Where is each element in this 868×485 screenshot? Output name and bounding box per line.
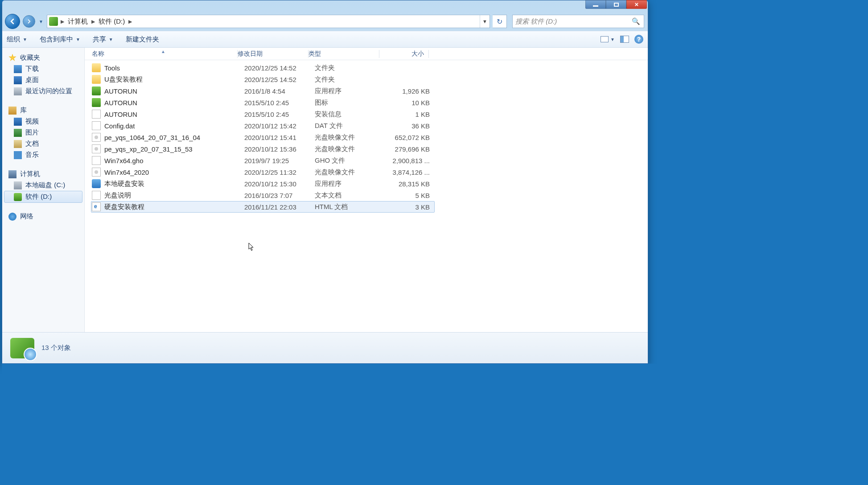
search-input[interactable]: 搜索 软件 (D:) 🔍 [512, 15, 644, 28]
file-name: pe_yqs_xp_20_07_31_15_53 [104, 145, 244, 153]
file-name: 硬盘安装教程 [104, 203, 244, 211]
file-type: 光盘映像文件 [315, 145, 385, 153]
drive-large-icon [10, 338, 34, 358]
file-row[interactable]: AUTORUN2016/1/8 4:54应用程序1,926 KB [85, 85, 648, 97]
file-icon [92, 191, 101, 200]
sidebar-item-documents[interactable]: 文档 [2, 138, 84, 149]
file-row[interactable]: U盘安装教程2020/12/25 14:52文件夹 [85, 74, 648, 85]
file-name: pe_yqs_1064_20_07_31_16_04 [104, 134, 244, 141]
search-icon: 🔍 [632, 17, 640, 25]
file-date: 2020/10/12 15:42 [244, 122, 315, 130]
file-row[interactable]: Win7x64_20202020/12/25 11:32光盘映像文件3,874,… [85, 166, 648, 178]
file-icon [92, 179, 101, 188]
sidebar-libraries-header[interactable]: 库 [2, 105, 84, 116]
file-icon [92, 202, 101, 211]
chevron-right-icon[interactable]: ▶ [91, 19, 96, 25]
view-mode-button[interactable]: ▼ [601, 36, 615, 42]
file-icon [92, 98, 101, 107]
column-header-size[interactable]: 大小 [379, 50, 428, 58]
column-header-name[interactable]: 名称 ▲ [85, 50, 237, 58]
file-size: 2,900,813 ... [385, 157, 434, 164]
chevron-right-icon[interactable]: ▶ [60, 19, 65, 25]
sidebar-network-header[interactable]: 网络 [2, 211, 84, 222]
file-date: 2020/10/12 15:36 [244, 145, 315, 153]
hdd-icon [14, 181, 22, 189]
file-row[interactable]: Config.dat2020/10/12 15:42DAT 文件36 KB [85, 120, 648, 132]
sidebar-item-music[interactable]: 音乐 [2, 149, 84, 160]
help-button[interactable]: ? [634, 35, 643, 44]
file-row[interactable]: 光盘说明2016/10/23 7:07文本文档5 KB [85, 189, 648, 201]
sidebar-item-drive-c[interactable]: 本地磁盘 (C:) [2, 180, 84, 191]
share-menu[interactable]: 共享▼ [93, 35, 113, 44]
details-pane: 13 个对象 [2, 332, 648, 363]
refresh-button[interactable]: ↻ [493, 15, 507, 28]
file-row[interactable]: AUTORUN2015/5/10 2:45安装信息1 KB [85, 108, 648, 120]
file-row[interactable]: 本地硬盘安装2020/10/12 15:30应用程序28,315 KB [85, 178, 648, 189]
sidebar-item-recent[interactable]: 最近访问的位置 [2, 86, 84, 97]
sidebar-item-downloads[interactable]: 下载 [2, 63, 84, 74]
view-icon [601, 36, 609, 42]
file-type: 应用程序 [315, 180, 385, 188]
file-icon [92, 168, 101, 177]
file-type: 图标 [315, 99, 385, 107]
file-size: 5 KB [385, 192, 434, 199]
file-name: U盘安装教程 [104, 75, 244, 84]
nav-history-dropdown[interactable]: ▼ [38, 14, 44, 29]
file-date: 2020/12/25 11:32 [244, 169, 315, 176]
file-list[interactable]: Tools2020/12/25 14:52文件夹U盘安装教程2020/12/25… [85, 60, 648, 332]
sidebar-favorites-header[interactable]: 收藏夹 [2, 52, 84, 63]
sidebar-computer-header[interactable]: 计算机 [2, 169, 84, 180]
library-icon [8, 107, 16, 115]
sidebar-item-desktop[interactable]: 桌面 [2, 74, 84, 86]
forward-button[interactable] [23, 15, 35, 28]
breadcrumb-computer[interactable]: 计算机 [65, 15, 91, 28]
sidebar-item-videos[interactable]: 视频 [2, 116, 84, 127]
chevron-right-icon[interactable]: ▶ [128, 19, 133, 25]
file-row[interactable]: pe_yqs_xp_20_07_31_15_532020/10/12 15:36… [85, 143, 648, 155]
titlebar[interactable]: × [2, 0, 648, 12]
column-header-date[interactable]: 修改日期 [238, 50, 308, 58]
search-placeholder: 搜索 软件 (D:) [515, 17, 557, 26]
column-header-type[interactable]: 类型 [309, 50, 379, 58]
content-area: 收藏夹 下载 桌面 最近访问的位置 库 [2, 48, 648, 332]
file-row[interactable]: 硬盘安装教程2016/11/21 22:03HTML 文档3 KB [91, 201, 435, 213]
close-button[interactable]: × [626, 0, 647, 9]
file-size: 28,315 KB [385, 180, 434, 188]
maximize-button[interactable] [606, 0, 626, 9]
file-row[interactable]: Win7x64.gho2019/9/7 19:25GHO 文件2,900,813… [85, 155, 648, 166]
include-in-library-menu[interactable]: 包含到库中▼ [40, 35, 80, 44]
file-icon [92, 75, 101, 84]
file-row[interactable]: Tools2020/12/25 14:52文件夹 [85, 62, 648, 74]
sidebar-item-pictures[interactable]: 图片 [2, 127, 84, 138]
file-type: HTML 文档 [315, 203, 385, 211]
network-icon [8, 213, 16, 221]
back-button[interactable] [5, 14, 20, 29]
address-bar[interactable]: ▶ 计算机 ▶ 软件 (D:) ▶ ▼ [47, 15, 490, 28]
address-dropdown[interactable]: ▼ [480, 15, 490, 28]
new-folder-button[interactable]: 新建文件夹 [126, 35, 159, 44]
file-type: 光盘映像文件 [315, 133, 385, 142]
file-name: AUTORUN [104, 87, 244, 95]
file-icon [92, 86, 101, 95]
file-size: 652,072 KB [385, 134, 434, 141]
minimize-button[interactable] [585, 0, 606, 9]
file-icon [92, 121, 101, 130]
file-size: 36 KB [385, 122, 434, 130]
file-date: 2020/10/12 15:41 [244, 134, 315, 141]
file-name: Tools [104, 64, 244, 72]
download-icon [14, 65, 22, 73]
file-type: 文件夹 [315, 75, 385, 84]
file-name: 本地硬盘安装 [104, 180, 244, 188]
file-date: 2016/1/8 4:54 [244, 87, 315, 95]
breadcrumb-drive[interactable]: 软件 (D:) [96, 15, 128, 28]
file-row[interactable]: pe_yqs_1064_20_07_31_16_042020/10/12 15:… [85, 132, 648, 143]
file-name: Win7x64_2020 [104, 169, 244, 176]
sidebar-item-drive-d[interactable]: 软件 (D:) [4, 191, 82, 203]
file-row[interactable]: AUTORUN2015/5/10 2:45图标10 KB [85, 97, 648, 108]
column-resizer[interactable] [428, 50, 429, 58]
organize-menu[interactable]: 组织▼ [7, 35, 27, 44]
star-icon [8, 54, 16, 62]
drive-icon [49, 17, 58, 26]
file-date: 2016/10/23 7:07 [244, 192, 315, 199]
preview-pane-button[interactable] [620, 36, 629, 43]
